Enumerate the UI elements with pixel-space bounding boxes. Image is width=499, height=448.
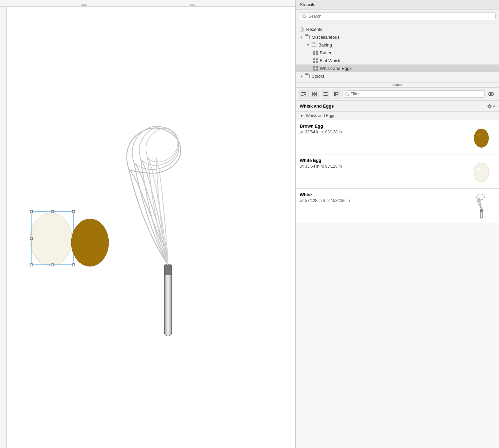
svg-rect-26: [334, 92, 336, 94]
svg-rect-8: [51, 264, 54, 266]
stencil-item-white-egg-info: White Egg w: 33/64 in h: 83/128 in: [300, 158, 464, 171]
search-icon: [302, 14, 307, 19]
white-egg-thumb: [468, 158, 495, 185]
folder-icon-baking: [312, 43, 316, 47]
tree-item-flat-whisk[interactable]: Flat Whisk: [296, 57, 499, 64]
stencil-item-whisk[interactable]: Whisk w: 57/128 in h: 2 153/256 in: [296, 189, 499, 223]
brown-egg-svg: [472, 126, 491, 148]
svg-line-31: [348, 95, 349, 96]
search-input-wrapper[interactable]: [299, 12, 496, 20]
tree-item-whisk-eggs-label: Whisk and Eggs: [320, 66, 352, 71]
svg-rect-27: [336, 92, 338, 93]
svg-rect-11: [164, 265, 172, 336]
stencil-header: Whisk and Eggs ▾: [296, 101, 499, 112]
gear-icon: [487, 104, 492, 109]
eye-icon: [488, 92, 494, 96]
expand-triangle-colors: ▼: [300, 75, 303, 78]
canvas-content: [7, 7, 295, 448]
search-bar: [296, 10, 499, 23]
stencil-content: ▼ Whisk and Eggs Brown Egg w: 33/64 in h…: [296, 112, 499, 448]
ruler-top: 500 600: [0, 0, 295, 7]
toolbar-row: [296, 88, 499, 101]
ruler-tick-600: 600: [190, 3, 195, 6]
ruler-tick-500: 500: [81, 3, 87, 6]
stencil-item-white-egg[interactable]: White Egg w: 33/64 in h: 83/128 in: [296, 154, 499, 189]
stencil-group-label: Whisk and Eggs: [306, 113, 335, 118]
search-input[interactable]: [309, 14, 493, 19]
stencil-settings-button[interactable]: ▾: [487, 104, 495, 109]
brown-egg-thumb: [468, 124, 495, 151]
tree-item-butter[interactable]: Butter: [296, 49, 499, 57]
svg-rect-7: [30, 264, 33, 266]
colors-slider[interactable]: [392, 84, 403, 86]
folder-icon-misc: [305, 35, 310, 39]
brown-egg-name: Brown Egg: [300, 124, 464, 129]
svg-rect-25: [324, 95, 328, 96]
tree-item-recents[interactable]: Recents: [296, 25, 499, 33]
tree-item-baking[interactable]: ▼ Baking: [296, 41, 499, 49]
svg-rect-3: [51, 210, 54, 213]
svg-rect-4: [72, 210, 75, 213]
svg-point-37: [474, 163, 489, 182]
svg-rect-9: [72, 264, 75, 266]
white-egg-dims: w: 33/64 in h: 83/128 in: [300, 164, 464, 169]
colors-slider-row[interactable]: [296, 82, 499, 88]
grid-view-icon: [312, 92, 317, 96]
sort-button[interactable]: [299, 90, 309, 98]
svg-rect-2: [30, 210, 33, 213]
svg-rect-5: [30, 237, 33, 240]
whisk-thumb: [468, 192, 495, 219]
svg-rect-21: [313, 94, 314, 96]
sort-icon: [301, 92, 307, 96]
svg-point-10: [71, 219, 109, 266]
grid-icon-whisk-eggs: [313, 66, 318, 71]
clock-icon: [300, 27, 304, 32]
brown-egg-dims: w: 33/64 in h: 83/128 in: [300, 130, 464, 134]
svg-point-34: [489, 105, 491, 107]
svg-rect-19: [313, 92, 314, 94]
list-view-button[interactable]: [321, 90, 330, 98]
grid-view-button[interactable]: [310, 90, 319, 98]
more-view-button[interactable]: [332, 90, 341, 98]
svg-rect-23: [324, 92, 328, 93]
svg-point-38: [477, 168, 481, 171]
svg-rect-20: [315, 92, 317, 94]
stencil-item-brown-egg[interactable]: Brown Egg w: 33/64 in h: 83/128 in: [296, 120, 499, 154]
svg-rect-40: [480, 209, 483, 212]
grid-icon-flat-whisk: [313, 58, 318, 63]
svg-point-33: [490, 93, 492, 95]
svg-rect-17: [301, 95, 303, 96]
tree-item-baking-label: Baking: [318, 42, 332, 48]
svg-point-36: [477, 133, 481, 137]
tree-item-whisk-eggs[interactable]: Whisk and Eggs: [296, 64, 499, 72]
stencil-group-header[interactable]: ▼ Whisk and Eggs: [296, 112, 499, 120]
svg-rect-24: [324, 94, 328, 94]
white-egg-name: White Egg: [300, 158, 464, 163]
svg-rect-16: [301, 94, 305, 94]
tree-item-recents-label: Recents: [306, 27, 322, 32]
filter-icon: [345, 92, 349, 96]
expand-triangle-baking: ▼: [307, 43, 310, 47]
tree-item-butter-label: Butter: [320, 50, 332, 55]
svg-rect-28: [334, 94, 336, 96]
filter-input[interactable]: [351, 92, 482, 96]
grid-icon-butter: [313, 51, 318, 55]
svg-rect-15: [301, 92, 306, 93]
tree-area: Recents ▼ Miscellaneous ▼ Baking Butter …: [296, 23, 499, 82]
svg-rect-12: [164, 265, 172, 275]
canvas-svg: [7, 7, 295, 448]
svg-line-14: [305, 17, 306, 18]
gear-label: ▾: [493, 104, 495, 109]
tree-item-misc-label: Miscellaneous: [312, 35, 339, 40]
whisk-dims: w: 57/128 in h: 2 153/256 in: [300, 198, 464, 203]
tree-item-colors[interactable]: ▼ Colors: [296, 72, 499, 80]
tree-item-flat-whisk-label: Flat Whisk: [320, 58, 340, 63]
filter-input-wrapper[interactable]: [343, 90, 485, 98]
list-view-icon: [323, 92, 328, 96]
folder-icon-colors: [305, 74, 310, 78]
tree-item-miscellaneous[interactable]: ▼ Miscellaneous: [296, 33, 499, 41]
stencil-group-triangle: ▼: [300, 113, 304, 118]
visibility-button[interactable]: [486, 90, 496, 98]
canvas-area: 500 600: [0, 0, 295, 448]
panel-title: Stencils: [296, 0, 499, 10]
